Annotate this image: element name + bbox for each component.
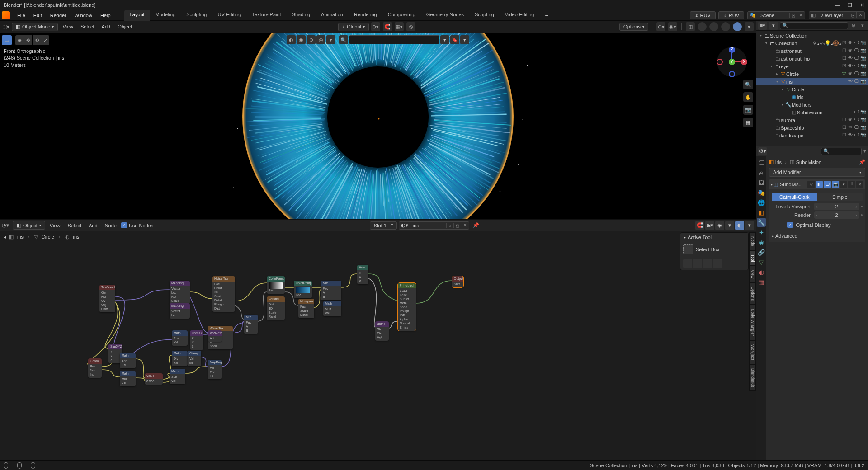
snap-toggle[interactable]: 🧲 — [383, 22, 392, 31]
material-link-button[interactable]: ○ — [446, 223, 453, 228]
tab-physics[interactable]: ◉ — [757, 238, 766, 247]
pin-icon[interactable]: 📌 — [859, 159, 865, 165]
mod-on-cage-toggle[interactable]: ▽ — [807, 181, 815, 188]
material-selector[interactable]: ◐▾ iris ○ ⎘ ✕ — [399, 221, 469, 230]
material-unlink-button[interactable]: ✕ — [461, 222, 469, 228]
viewport-select-menu[interactable]: Select — [78, 23, 97, 30]
workspace-scripting[interactable]: Scripting — [469, 10, 500, 21]
node-math-2[interactable]: MathAdd0.5 — [120, 353, 136, 368]
anim-dot[interactable] — [861, 214, 863, 216]
pan-icon[interactable]: ✋ — [743, 92, 753, 102]
node-principled[interactable]: PrincipledBSDFBaseSubsrfMetalSpecRoughIO… — [398, 283, 416, 331]
ne-snap-dropdown[interactable]: ⊞▾ — [705, 221, 714, 230]
rotate-tool[interactable]: ⟲ — [33, 35, 41, 45]
scene-selector[interactable]: 🎭 Scene ⎘ ✕ — [747, 11, 805, 19]
mod-render-toggle[interactable]: 📷 — [832, 181, 839, 188]
outliner-scene-collection[interactable]: ▾🗀 Scene Collection — [756, 32, 868, 39]
node-mixrgb-2[interactable]: MixFacAB — [321, 281, 341, 300]
workspace-compositing[interactable]: Compositing — [382, 10, 421, 21]
shading-rendered[interactable] — [733, 22, 742, 31]
bookmark-menu[interactable]: ▾ — [460, 35, 469, 44]
select-subtract-icon[interactable] — [703, 259, 712, 268]
menu-help[interactable]: Help — [97, 11, 114, 19]
workspace-add[interactable]: + — [539, 10, 554, 21]
move-tool[interactable]: ✥ — [24, 35, 32, 45]
ruv-send-button[interactable]: ↥RUV — [690, 11, 716, 19]
node-mixrgb[interactable]: MixFacAB — [244, 315, 258, 334]
sidetab-node[interactable]: Node — [749, 232, 756, 250]
material-new-button[interactable]: ⎘ — [453, 223, 461, 228]
sidetab-view[interactable]: View — [749, 266, 756, 282]
outliner-displaymode-dropdown[interactable]: ▾ — [769, 22, 778, 30]
select-tool[interactable]: ▭ — [2, 35, 12, 45]
show-cam-icon[interactable]: ▾ — [326, 35, 335, 44]
tab-texture[interactable]: ▦ — [757, 277, 766, 287]
node-hue[interactable]: HueHSV — [357, 265, 368, 284]
outliner-type-dropdown[interactable]: ≡▾ — [758, 22, 767, 30]
tab-data[interactable]: ▽ — [757, 258, 766, 267]
active-tool-header[interactable]: Active Tool — [680, 233, 748, 242]
outliner-iris[interactable]: ▾▽ iris 👁🖵📷 — [756, 78, 868, 85]
render-levels-input[interactable]: 2 — [814, 212, 859, 219]
options-dropdown[interactable]: Options▾ — [619, 23, 648, 31]
add-modifier-dropdown[interactable]: Add Modifier▾ — [769, 168, 865, 177]
mod-drag-handle[interactable]: ⠿ — [848, 181, 855, 188]
tab-constraints[interactable]: 🔗 — [757, 248, 766, 257]
cursor-tool[interactable]: ⊕ — [15, 35, 24, 45]
node-texcoord[interactable]: TexCoordGenNorUVObjCam — [99, 285, 115, 312]
workspace-modeling[interactable]: Modeling — [150, 10, 181, 21]
workspace-videoediting[interactable]: Video Editing — [500, 10, 540, 21]
search-icon[interactable]: 🔍 — [339, 35, 348, 44]
seg-simple[interactable]: Simple — [817, 193, 863, 201]
use-nodes-checkbox[interactable]: ✓Use Nodes — [121, 222, 153, 228]
bookmark-icon[interactable]: 🔖 — [450, 35, 459, 44]
show-overlay-icon[interactable]: ⊕ — [307, 35, 316, 44]
shading-wireframe[interactable] — [698, 22, 707, 31]
tab-modifiers[interactable]: 🔧 — [757, 218, 766, 227]
node-value[interactable]: Value0.500 — [145, 373, 163, 385]
tab-scene[interactable]: 🎭 — [757, 188, 766, 197]
node-mapping-2[interactable]: MappingVectorLoc — [170, 303, 190, 319]
ne-view-menu[interactable]: View — [47, 222, 63, 229]
goto-parent-icon[interactable]: ◂ — [4, 234, 6, 240]
outliner-subdivision[interactable]: ◫ Subdivision 🖵📷 — [756, 108, 868, 116]
node-combxyz[interactable]: ComXYZXYZ — [190, 330, 203, 350]
tab-world[interactable]: 🌐 — [757, 198, 766, 207]
workspace-uvediting[interactable]: UV Editing — [212, 10, 246, 21]
workspace-layout[interactable]: Layout — [124, 10, 150, 21]
outliner-eye[interactable]: ▾🗀 eye ☑👁🖵📷 — [756, 62, 868, 70]
material-slot-dropdown[interactable]: Slot 1 ▾ — [370, 221, 397, 230]
workspace-texturepaint[interactable]: Texture Paint — [246, 10, 286, 21]
node-musgrave[interactable]: MusgraveFacScaleDetail — [298, 299, 314, 318]
node-math-4[interactable]: MathPowVal — [172, 330, 188, 346]
editor-type-dropdown[interactable]: ⬚▾ — [2, 23, 10, 31]
mod-extras-dropdown[interactable]: ▾ — [840, 181, 847, 188]
viewlayer-selector[interactable]: ◧ ViewLayer ⎘ ✕ — [809, 11, 865, 19]
workspace-animation[interactable]: Animation — [316, 10, 349, 21]
show-gizmo-icon[interactable]: ◉ — [297, 35, 306, 44]
node-bump[interactable]: BumpStrDistHgt — [375, 321, 389, 341]
node-maprange[interactable]: MapRngValFromTo — [208, 360, 222, 379]
outliner-spaceship[interactable]: 🗀 Spaceship ☐👁🖵📷 — [756, 124, 868, 132]
shader-type-dropdown[interactable]: ◧Object▾ — [13, 221, 45, 230]
levels-viewport-input[interactable]: 2 — [814, 203, 859, 210]
viewlayer-new-button[interactable]: ⎘ — [849, 13, 856, 18]
node-voronoi[interactable]: VoronoiDist3DScaleRand — [267, 296, 285, 320]
menu-render[interactable]: Render — [47, 11, 70, 19]
optimal-display-checkbox[interactable]: ✓Optimal Display — [772, 220, 863, 230]
subdivision-type-toggle[interactable]: Catmull-Clark Simple — [772, 193, 863, 201]
sidetab-options[interactable]: Options — [749, 282, 756, 305]
viewport-object-menu[interactable]: Object — [115, 23, 135, 30]
proportional-toggle[interactable]: ◎ — [406, 22, 415, 31]
select-intersect-icon[interactable] — [713, 259, 722, 268]
outliner-tree[interactable]: ▾🗀 Scene Collection ▾🗀 Collection ⛭₂▽₄💡₂… — [756, 31, 868, 146]
node-math-3[interactable]: MathMult2.0 — [120, 371, 136, 386]
outliner-modifiers[interactable]: ▾🔧 Modifiers — [756, 101, 868, 108]
properties-type-dropdown[interactable]: ⚙▾ — [758, 147, 767, 155]
node-colorramp-2[interactable]: ColorRampFac — [294, 281, 312, 298]
show-xray-icon[interactable]: ◎ — [316, 35, 326, 44]
perspective-icon[interactable]: ▦ — [743, 118, 753, 127]
menu-file[interactable]: File — [14, 11, 29, 19]
ne-add-menu[interactable]: Add — [86, 222, 100, 229]
camera-icon[interactable]: 📷 — [743, 105, 753, 115]
